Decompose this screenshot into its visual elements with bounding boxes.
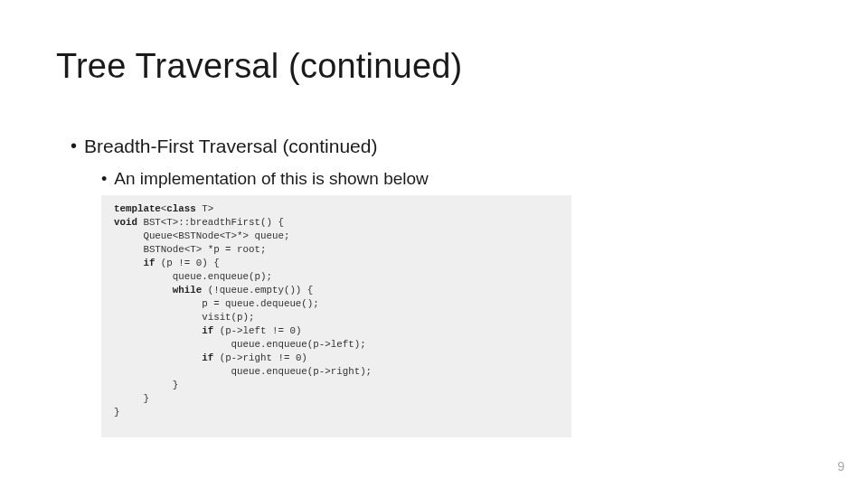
bullet-2-text: An implementation of this is shown below (114, 169, 428, 188)
code-text: p = queue.dequeue(); (114, 298, 319, 309)
bullet-1-text: Breadth-First Traversal (continued) (84, 136, 377, 156)
code-text: T> (196, 203, 213, 214)
page-title: Tree Traversal (continued) (56, 47, 462, 86)
code-keyword: template (114, 203, 161, 214)
code-text: } (114, 407, 119, 418)
code-text: (!queue.empty()) { (202, 285, 313, 296)
code-text (114, 325, 202, 336)
code-keyword: void (114, 217, 137, 228)
code-keyword: while (173, 285, 202, 296)
bullet-dot-icon: • (101, 171, 107, 187)
code-text: BST<T>::breadthFirst() { (137, 217, 284, 228)
code-text: Queue<BSTNode<T>*> queue; (114, 230, 289, 241)
code-text: } (114, 380, 178, 390)
bullet-level-1: •Breadth-First Traversal (continued) (71, 134, 377, 158)
code-text (114, 258, 143, 268)
code-text: (p->right != 0) (213, 352, 307, 363)
code-keyword: class (166, 203, 195, 214)
code-text: queue.enqueue(p); (114, 271, 272, 282)
code-text: (p != 0) { (155, 258, 219, 268)
slide: Tree Traversal (continued) •Breadth-Firs… (0, 0, 868, 488)
code-keyword: if (143, 258, 155, 268)
bullet-dot-icon: • (71, 137, 77, 155)
page-number: 9 (837, 459, 844, 474)
code-text (114, 285, 173, 296)
code-text (114, 352, 202, 363)
code-text: queue.enqueue(p->left); (114, 339, 366, 350)
code-text: } (114, 393, 149, 404)
code-block: template<class T> void BST<T>::breadthFi… (101, 195, 571, 437)
code-text: BSTNode<T> *p = root; (114, 244, 266, 255)
code-text: queue.enqueue(p->right); (114, 366, 372, 377)
code-text: (p->left != 0) (213, 325, 301, 336)
code-keyword: if (202, 325, 213, 336)
bullet-level-2: •An implementation of this is shown belo… (101, 168, 429, 191)
code-text: visit(p); (114, 312, 255, 323)
code-keyword: if (202, 352, 213, 363)
